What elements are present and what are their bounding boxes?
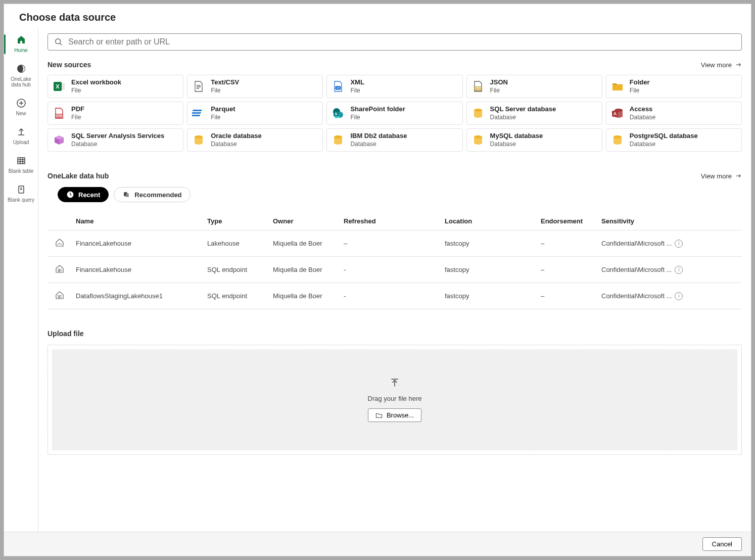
table-icon [16,155,27,166]
source-card-sql-server-database[interactable]: SQL Server databaseDatabase [466,102,602,125]
source-card-oracle-database[interactable]: Oracle databaseDatabase [187,128,323,152]
source-name: Oracle database [211,132,261,140]
pdf-icon: PDF [52,106,66,120]
cell-type: SQL endpoint [203,257,269,283]
source-card-xml[interactable]: </>XMLFile [326,75,462,98]
table-row[interactable]: DataflowsStagingLakehouse1SQL endpointMi… [48,283,742,309]
text-icon [192,79,206,94]
info-icon[interactable]: i [675,266,683,274]
cell-owner: Miquella de Boer [269,283,340,309]
search-input[interactable] [68,37,735,46]
tab-recommended[interactable]: Recommended [114,187,190,202]
svg-point-31 [334,135,342,138]
sharepoint-icon: S [331,106,345,120]
info-icon[interactable]: i [675,292,683,300]
home-icon [16,34,27,45]
upload-dropzone[interactable]: Drag your file here Browse... [48,345,742,455]
source-sub: Database [71,140,164,148]
source-text: JSONFile [490,78,508,95]
sidebar-item-label: New [16,111,26,116]
sidebar-item-blank-query[interactable]: Blank query [4,181,38,207]
source-sub: File [350,86,364,95]
view-more-link[interactable]: View more [701,61,742,69]
source-name: PostgreSQL database [630,132,698,140]
source-card-sql-server-analysis-services[interactable]: SQL Server Analysis ServicesDatabase [48,128,183,152]
source-text: Excel workbookFile [71,78,121,95]
db-yellow-icon [331,133,345,147]
source-name: SQL Server database [490,105,556,113]
cell-location: fastcopy [441,283,537,309]
onelake-tabs: Recent Recommended [58,187,742,202]
source-card-json[interactable]: JSONJSONFile [466,75,602,98]
svg-text:PDF: PDF [57,115,63,118]
view-more-link[interactable]: View more [701,172,742,180]
cell-endorsement: – [537,283,597,309]
sidebar-item-upload[interactable]: Upload [4,123,38,149]
source-text: IBM Db2 databaseDatabase [350,132,407,148]
search-box[interactable] [48,33,742,51]
source-name: SharePoint folder [350,105,405,113]
sidebar-item-onelake[interactable]: OneLake data hub [4,60,38,91]
recommended-icon [122,191,130,199]
table-row[interactable]: FinanceLakehouseSQL endpointMiquella de … [48,257,742,283]
source-card-postgresql-database[interactable]: PostgreSQL databaseDatabase [606,128,742,152]
col-sensitivity[interactable]: Sensitivity [597,212,742,230]
cell-sensitivity: Confidential\Microsoft ...i [597,257,742,283]
source-sub: File [211,86,239,95]
source-card-excel-workbook[interactable]: XExcel workbookFile [48,75,183,98]
sidebar-item-new[interactable]: New [4,95,38,120]
onelake-header: OneLake data hub View more [48,172,742,180]
source-text: SharePoint folderFile [350,105,405,121]
sidebar-item-label: OneLake data hub [11,76,31,87]
section-title: OneLake data hub [48,172,109,180]
browse-button[interactable]: Browse... [368,408,421,422]
source-card-parquet[interactable]: ParquetFile [187,102,323,125]
source-card-access[interactable]: AAccessDatabase [606,102,742,125]
source-name: Access [630,105,655,113]
table-row[interactable]: FinanceLakehouseLakehouseMiquella de Boe… [48,230,742,257]
dialog-window: Choose data source Home OneLake data hub [4,4,751,556]
cell-endorsement: – [537,257,597,283]
info-icon[interactable]: i [675,240,683,248]
source-card-sharepoint-folder[interactable]: SSharePoint folderFile [326,102,462,125]
browse-label: Browse... [387,411,414,419]
col-owner[interactable]: Owner [269,212,340,230]
dialog-footer: Cancel [4,532,751,556]
source-text: PDFFile [71,105,84,121]
tab-recent[interactable]: Recent [58,187,109,202]
source-card-mysql-database[interactable]: MySQL databaseDatabase [466,128,602,152]
query-icon [16,184,27,195]
sidebar: Home OneLake data hub New Upload [4,28,38,532]
sidebar-item-label: Blank query [8,197,34,203]
cell-refreshed: – [340,230,441,257]
col-name[interactable]: Name [72,212,203,230]
source-sub: File [211,113,235,121]
source-card-ibm-db2-database[interactable]: IBM Db2 databaseDatabase [326,128,462,152]
search-icon [54,37,63,46]
tab-label: Recent [78,191,100,199]
source-card-folder[interactable]: FolderFile [606,75,742,98]
source-sub: Database [490,113,556,121]
db-yellow-icon [192,133,206,147]
source-card-text-csv[interactable]: Text/CSVFile [187,75,323,98]
svg-rect-38 [126,194,129,197]
source-sub: File [71,86,121,95]
sidebar-item-blank-table[interactable]: Blank table [4,152,38,178]
source-name: Parquet [211,105,235,113]
cancel-button[interactable]: Cancel [702,537,742,551]
col-type[interactable]: Type [203,212,269,230]
sidebar-item-label: Upload [13,139,29,145]
svg-rect-2 [18,158,25,164]
col-endorsement[interactable]: Endorsement [537,212,597,230]
source-card-pdf[interactable]: PDFPDFFile [48,102,183,125]
xml-icon: </> [331,79,345,94]
cell-refreshed: - [340,283,441,309]
source-name: Folder [630,78,650,86]
sidebar-item-home[interactable]: Home [4,31,38,57]
col-refreshed[interactable]: Refreshed [340,212,441,230]
source-sub: File [350,113,405,121]
upload-section: Upload file Drag your file here Browse..… [48,330,742,455]
source-name: MySQL database [490,132,543,140]
col-location[interactable]: Location [441,212,537,230]
cell-name: FinanceLakehouse [72,230,203,257]
